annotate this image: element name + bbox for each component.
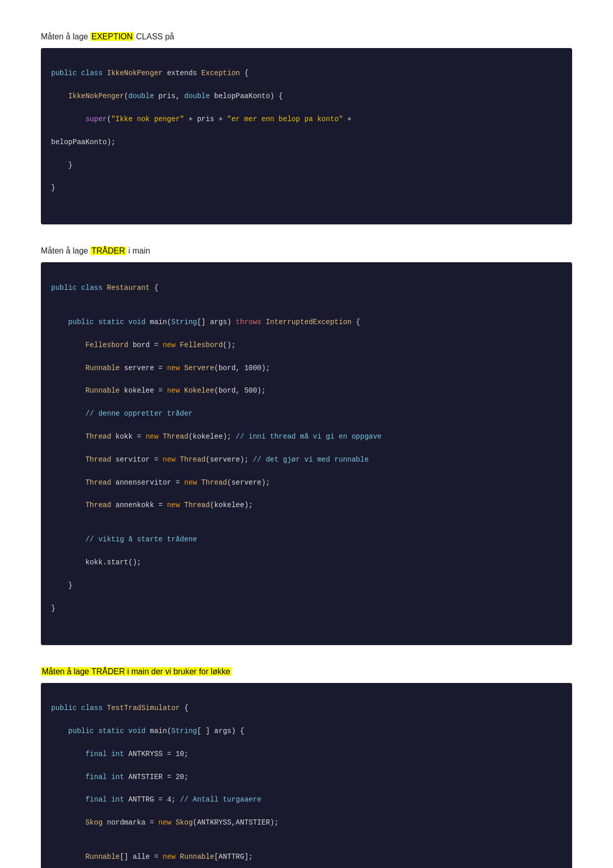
code-line: Runnable kokelee = new Kokelee(bord, 500… — [51, 385, 562, 396]
code-line: final int ANTSTIER = 20; — [51, 771, 562, 783]
thread-code-block: public class Restaurant { public static … — [41, 262, 572, 645]
code-line: Fellesbord bord = new Fellesbord(); — [51, 339, 562, 351]
exception-label: Måten å lage EXEPTION CLASS på — [41, 31, 572, 43]
code-line: public static void main(String[ ] args) … — [51, 725, 562, 737]
code-line: } — [51, 603, 562, 614]
traader-highlight: TRÅDER — [90, 246, 126, 255]
code-line: Thread annenkokk = new Thread(kokelee); — [51, 499, 562, 511]
code-line: Thread servitor = new Thread(servere); /… — [51, 454, 562, 465]
code-line: public class Restaurant { — [51, 282, 562, 293]
code-line: final int ANTKRYSS = 10; — [51, 748, 562, 760]
code-line: kokk.start(); — [51, 557, 562, 568]
code-line: } — [51, 182, 562, 193]
code-line: public class TestTradSimulator { — [51, 702, 562, 714]
code-line: super("Ikke nok penger" + pris + "er mer… — [51, 113, 562, 125]
code-line: } — [51, 580, 562, 591]
code-line: public static void main(String[] args) t… — [51, 316, 562, 328]
code-line: Thread annenservitor = new Thread(server… — [51, 477, 562, 488]
forloop-section: Måten å lage TRÅDER i main der vi bruker… — [41, 666, 572, 868]
code-line: // denne oppretter tråder — [51, 408, 562, 419]
code-line: Skog nordmarka = new Skog(ANTKRYSS,ANTST… — [51, 817, 562, 828]
exception-highlight: EXEPTION — [90, 32, 134, 41]
code-line: } — [51, 159, 562, 171]
exception-code-block: public class IkkeNokPenger extends Excep… — [41, 48, 572, 224]
thread-label: Måten å lage TRÅDER i main — [41, 245, 572, 257]
forloop-code-block: public class TestTradSimulator { public … — [41, 683, 572, 868]
code-line: public class IkkeNokPenger extends Excep… — [51, 67, 562, 79]
exception-section: Måten å lage EXEPTION CLASS på public cl… — [41, 31, 572, 224]
code-line: Thread kokk = new Thread(kokelee); // in… — [51, 431, 562, 442]
code-line: Runnable[] alle = new Runnable[ANTTRG]; — [51, 851, 562, 862]
code-line: belopPaaKonto); — [51, 136, 562, 148]
code-line: IkkeNokPenger(double pris, double belopP… — [51, 90, 562, 102]
forloop-highlight: Måten å lage TRÅDER i main der vi bruker… — [41, 667, 231, 676]
code-line: final int ANTTRG = 4; // Antall turgaaer… — [51, 794, 562, 805]
code-line: Runnable servere = new Servere(bord, 100… — [51, 362, 562, 374]
code-line: // viktig å starte trådene — [51, 534, 562, 545]
thread-section: Måten å lage TRÅDER i main public class … — [41, 245, 572, 645]
forloop-label: Måten å lage TRÅDER i main der vi bruker… — [41, 666, 572, 678]
